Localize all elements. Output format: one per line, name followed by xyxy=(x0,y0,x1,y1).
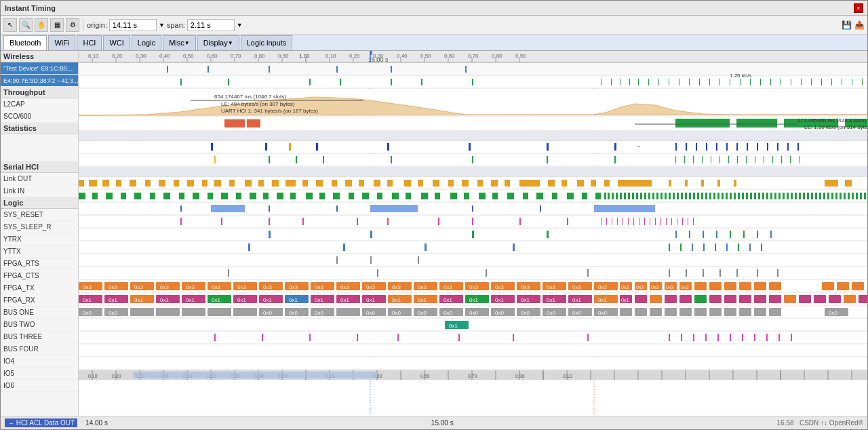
svg-rect-207 xyxy=(717,180,720,187)
svg-rect-170 xyxy=(174,180,179,187)
tab-display[interactable]: Display ▼ xyxy=(197,35,239,50)
save-icon[interactable]: 💾 xyxy=(842,20,852,30)
svg-text:0x3: 0x3 xyxy=(160,284,169,290)
svg-rect-457 xyxy=(694,295,707,303)
hci-label: → HCI ACL Data OUT xyxy=(5,418,77,427)
svg-rect-298 xyxy=(269,231,271,238)
sidebar-item-bus-three[interactable]: BUS THREE xyxy=(1,331,78,343)
svg-rect-517 xyxy=(769,308,781,316)
tab-logic-inputs[interactable]: Logic inputs xyxy=(241,35,293,50)
tab-wifi[interactable]: WiFi xyxy=(48,35,75,50)
sidebar-item-io5[interactable]: IO5 xyxy=(1,368,78,380)
svg-text:0x3: 0x3 xyxy=(621,285,629,290)
svg-text:0x0: 0x0 xyxy=(443,310,452,316)
svg-rect-304 xyxy=(703,231,704,238)
svg-rect-140 xyxy=(391,156,392,163)
sidebar-item-bus-four[interactable]: BUS FOUR xyxy=(1,343,78,355)
svg-text:0x1: 0x1 xyxy=(134,297,143,303)
magnify-icon[interactable]: 🔍 xyxy=(19,18,33,32)
origin-input[interactable] xyxy=(109,19,157,31)
svg-rect-328 xyxy=(370,256,372,264)
svg-rect-147 xyxy=(702,156,703,163)
sidebar-item-l2cap[interactable]: L2CAP xyxy=(1,98,78,111)
svg-rect-76 xyxy=(740,79,741,85)
svg-rect-241 xyxy=(450,193,457,199)
export-icon[interactable]: 📤 xyxy=(854,20,865,30)
svg-rect-511 xyxy=(679,308,692,316)
tab-misc[interactable]: Misc ▼ xyxy=(163,35,196,50)
svg-text:0x1: 0x1 xyxy=(237,297,246,303)
tab-wci[interactable]: WCI xyxy=(103,35,130,50)
svg-rect-226 xyxy=(236,193,241,199)
tab-bluetooth[interactable]: Bluetooth xyxy=(3,35,47,50)
svg-text:0x3: 0x3 xyxy=(443,284,452,290)
tab-logic[interactable]: Logic xyxy=(132,35,161,50)
sidebar-item-io4[interactable]: IO4 xyxy=(1,355,78,368)
svg-rect-283 xyxy=(628,218,629,225)
svg-rect-515 xyxy=(739,308,751,316)
span-field: span: ▼ xyxy=(167,19,243,31)
sidebar-item-fpga-rts[interactable]: FPGA_RTS xyxy=(1,258,78,270)
svg-rect-67 xyxy=(648,79,649,85)
sidebar-item-link-in[interactable]: Link IN xyxy=(1,185,78,197)
sidebar-item-sys-reset[interactable]: SYS_RESET xyxy=(1,209,78,221)
sidebar-item-device2[interactable]: E4:90:7E:9D:38:F2→41:3... xyxy=(1,75,78,87)
rows-container[interactable]: 1.26 kb/s 654.174467 ms (1046.7 slots) L… xyxy=(79,63,867,416)
sidebar-item-sco600[interactable]: SCO/600 xyxy=(1,111,78,123)
svg-rect-88 xyxy=(862,79,863,85)
svg-text:0.40: 0.40 xyxy=(159,53,170,59)
origin-dropdown-icon[interactable]: ▼ xyxy=(159,22,165,28)
settings-icon[interactable]: ⚙ xyxy=(66,18,79,32)
svg-rect-538 xyxy=(717,334,719,341)
span-input[interactable] xyxy=(187,19,235,31)
svg-rect-142 xyxy=(547,156,548,163)
svg-rect-232 xyxy=(319,193,325,199)
svg-rect-306 xyxy=(730,231,731,238)
sidebar-item-bus-one[interactable]: BUS ONE xyxy=(1,307,78,319)
close-button[interactable]: × xyxy=(854,3,863,13)
svg-rect-255 xyxy=(616,193,867,199)
svg-rect-78 xyxy=(760,79,761,85)
sidebar-item-io6[interactable]: IO6 xyxy=(1,380,78,392)
signals-svg[interactable]: 1.26 kb/s 654.174467 ms (1046.7 slots) L… xyxy=(79,63,867,416)
svg-rect-527 xyxy=(262,334,263,341)
svg-text:0x0: 0x0 xyxy=(572,310,581,316)
svg-rect-102 xyxy=(736,119,777,128)
svg-rect-101 xyxy=(675,119,730,128)
svg-text:0x3: 0x3 xyxy=(83,284,92,290)
svg-text:0x3: 0x3 xyxy=(237,284,246,290)
sidebar-item-sys-sleep[interactable]: SYS_SLEEP_R xyxy=(1,221,78,233)
svg-rect-228 xyxy=(263,193,269,199)
grid-icon[interactable]: ▦ xyxy=(50,18,64,32)
sidebar-item-ytrx[interactable]: YTRX xyxy=(1,233,78,246)
sidebar-item-fpga-rx[interactable]: FPGA_RX xyxy=(1,294,78,307)
nav-tabs: Bluetooth WiFi HCI WCI Logic Misc ▼ Disp… xyxy=(1,35,867,51)
svg-rect-220 xyxy=(150,193,155,199)
sidebar-item-fpga-tx[interactable]: FPGA_TX xyxy=(1,282,78,294)
select-tool-icon[interactable]: ↖ xyxy=(3,18,17,32)
sidebar-item-bus-two[interactable]: BUS TWO xyxy=(1,319,78,331)
hand-icon[interactable]: ✋ xyxy=(35,18,48,32)
svg-rect-59 xyxy=(391,79,392,85)
svg-rect-117 xyxy=(469,143,471,151)
sidebar-item-fpga-cts[interactable]: FPGA_CTS xyxy=(1,270,78,282)
svg-rect-63 xyxy=(611,79,612,85)
span-dropdown-icon[interactable]: ▼ xyxy=(237,22,243,28)
svg-rect-171 xyxy=(187,180,194,187)
svg-rect-100 xyxy=(247,119,260,128)
svg-rect-225 xyxy=(221,193,228,199)
sidebar-item-device1[interactable]: "Test Device" E9:1C:B5:... xyxy=(1,62,78,75)
svg-text:0x1: 0x1 xyxy=(449,323,458,329)
svg-rect-51 xyxy=(391,66,392,73)
svg-rect-399 xyxy=(724,282,736,290)
svg-rect-397 xyxy=(694,282,707,290)
chart-area[interactable]: 15.00 s 0.10 0.20 0.30 0.40 0.50 0.60 0.… xyxy=(79,51,867,416)
sidebar-item-link-out[interactable]: Link OUT xyxy=(1,173,78,185)
bottom-bar: → HCI ACL Data OUT 14.00 s 15.00 s 16.58… xyxy=(1,416,867,429)
svg-text:0x3: 0x3 xyxy=(340,284,349,290)
sidebar-item-yttx[interactable]: YTTX xyxy=(1,246,78,258)
svg-rect-99 xyxy=(224,119,245,128)
svg-rect-293 xyxy=(682,218,683,225)
tab-hci[interactable]: HCI xyxy=(77,35,102,50)
svg-rect-324 xyxy=(761,243,762,251)
